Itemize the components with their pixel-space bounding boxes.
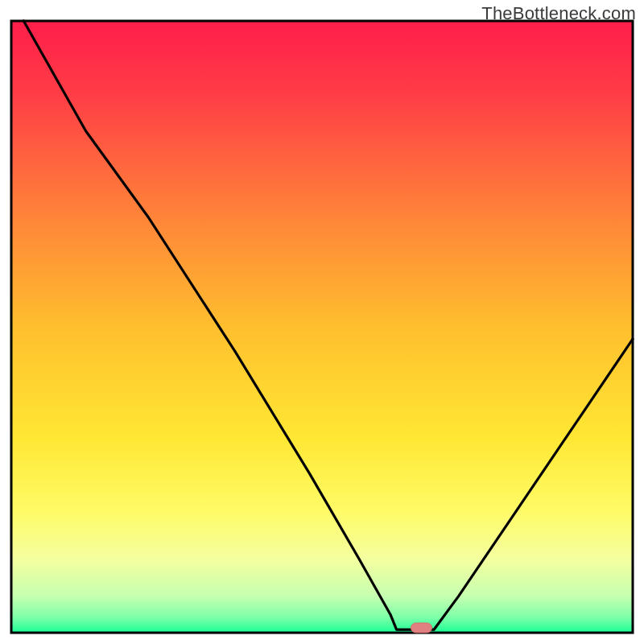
plot-background — [11, 21, 633, 633]
optimal-marker — [411, 623, 432, 633]
bottleneck-chart: TheBottleneck.com — [0, 0, 644, 644]
chart-svg — [0, 0, 644, 644]
watermark-text: TheBottleneck.com — [481, 3, 636, 24]
